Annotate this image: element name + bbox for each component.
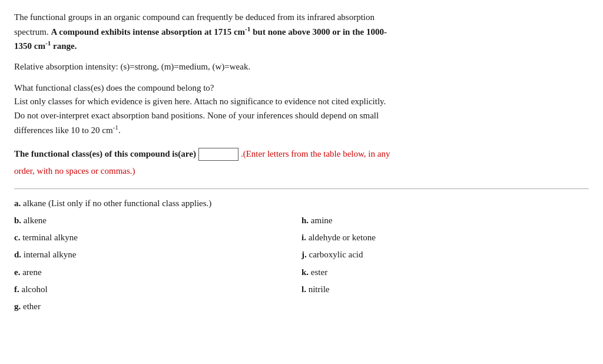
intro-paragraph: The functional groups in an organic comp… (14, 11, 589, 53)
options-grid: a. alkane (List only if no other functio… (14, 195, 589, 316)
option-d: d. internal alkyne (14, 246, 302, 263)
relative-intensity: Relative absorption intensity: (s)=stron… (14, 60, 589, 74)
answer-red-line2: order, with no spaces or commas.) (14, 164, 589, 178)
answer-after-input: .(Enter letters from the table below, in… (241, 147, 390, 161)
option-h: h. amine (302, 212, 589, 229)
option-g: g. ether (14, 298, 302, 315)
instructions-line1: What functional class(es) does the compo… (14, 81, 589, 95)
option-placeholder (302, 298, 589, 315)
intro-line3: 1350 cm-1 range. (14, 41, 77, 51)
instructions-line3: Do not over-interpret exact absorption b… (14, 109, 589, 123)
option-l: l. nitrile (302, 281, 589, 298)
option-k: k. ester (302, 264, 589, 281)
option-f: f. alcohol (14, 281, 302, 298)
option-i: i. aldehyde or ketone (302, 229, 589, 246)
instructions-line4: differences like 10 to 20 cm-1. (14, 123, 589, 137)
option-j: j. carboxylic acid (302, 246, 589, 263)
intro-line2-bold: A compound exhibits intense absorption a… (51, 27, 386, 37)
functional-class-input[interactable] (198, 148, 238, 161)
answer-section: The functional class(es) of this compoun… (14, 147, 589, 161)
option-a: a. alkane (List only if no other functio… (14, 195, 589, 212)
option-b: b. alkene (14, 212, 302, 229)
option-e: e. arene (14, 264, 302, 281)
intro-line2-plain: spectrum. (14, 27, 51, 37)
option-c: c. terminal alkyne (14, 229, 302, 246)
answer-label: The functional class(es) of this compoun… (14, 147, 196, 161)
options-section: a. alkane (List only if no other functio… (14, 188, 589, 316)
intro-line1: The functional groups in an organic comp… (14, 12, 375, 22)
instructions-block: What functional class(es) does the compo… (14, 81, 589, 137)
instructions-line2: List only classes for which evidence is … (14, 95, 589, 108)
